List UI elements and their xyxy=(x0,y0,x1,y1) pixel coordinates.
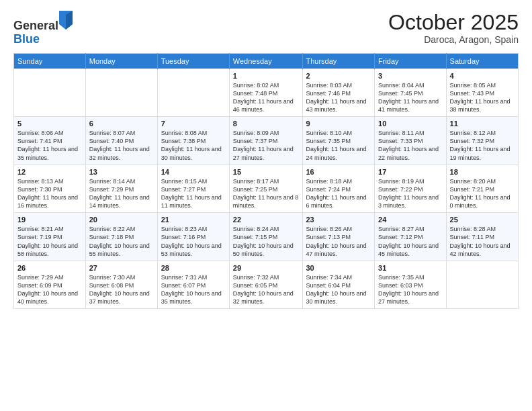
calendar-cell: 30Sunrise: 7:34 AMSunset: 6:04 PMDayligh… xyxy=(302,261,375,309)
title-block: October 2025 Daroca, Aragon, Spain xyxy=(388,11,519,45)
weekday-header-monday: Monday xyxy=(85,53,157,68)
calendar-cell: 6Sunrise: 8:07 AMSunset: 7:40 PMDaylight… xyxy=(85,117,157,165)
cell-info: Sunrise: 8:06 AMSunset: 7:41 PMDaylight:… xyxy=(17,129,82,162)
cell-info: Sunrise: 8:09 AMSunset: 7:37 PMDaylight:… xyxy=(233,129,299,162)
cell-day-number: 2 xyxy=(306,72,371,80)
calendar-cell: 16Sunrise: 8:18 AMSunset: 7:24 PMDayligh… xyxy=(302,165,375,213)
cell-info: Sunrise: 8:22 AMSunset: 7:18 PMDaylight:… xyxy=(89,225,154,258)
cell-day-number: 26 xyxy=(17,264,82,272)
cell-info: Sunrise: 8:11 AMSunset: 7:33 PMDaylight:… xyxy=(378,129,443,162)
calendar-cell: 27Sunrise: 7:30 AMSunset: 6:08 PMDayligh… xyxy=(85,261,157,309)
calendar-cell: 1Sunrise: 8:02 AMSunset: 7:48 PMDaylight… xyxy=(229,68,302,117)
subtitle: Daroca, Aragon, Spain xyxy=(388,34,519,45)
header: General Blue October 2025 Daroca, Aragon… xyxy=(13,11,519,46)
cell-day-number: 18 xyxy=(450,168,515,176)
calendar-cell: 29Sunrise: 7:32 AMSunset: 6:05 PMDayligh… xyxy=(229,261,302,309)
cell-info: Sunrise: 7:35 AMSunset: 6:03 PMDaylight:… xyxy=(378,273,443,306)
cell-info: Sunrise: 8:18 AMSunset: 7:24 PMDaylight:… xyxy=(306,177,371,210)
calendar-week-3: 12Sunrise: 8:13 AMSunset: 7:30 PMDayligh… xyxy=(14,165,519,213)
cell-info: Sunrise: 8:14 AMSunset: 7:29 PMDaylight:… xyxy=(89,177,154,210)
cell-info: Sunrise: 7:31 AMSunset: 6:07 PMDaylight:… xyxy=(161,273,226,306)
cell-day-number: 20 xyxy=(89,216,154,224)
weekday-header-tuesday: Tuesday xyxy=(157,53,229,68)
cell-day-number: 17 xyxy=(378,168,443,176)
cell-day-number: 23 xyxy=(306,216,371,224)
calendar-cell: 19Sunrise: 8:21 AMSunset: 7:19 PMDayligh… xyxy=(14,213,86,261)
logo: General Blue xyxy=(13,11,73,46)
cell-day-number: 22 xyxy=(233,216,299,224)
cell-day-number: 19 xyxy=(17,216,82,224)
calendar-cell xyxy=(14,68,86,117)
weekday-header-friday: Friday xyxy=(375,53,447,68)
calendar-cell: 8Sunrise: 8:09 AMSunset: 7:37 PMDaylight… xyxy=(229,117,302,165)
calendar-cell: 23Sunrise: 8:26 AMSunset: 7:13 PMDayligh… xyxy=(302,213,375,261)
calendar-week-2: 5Sunrise: 8:06 AMSunset: 7:41 PMDaylight… xyxy=(14,117,519,165)
cell-day-number: 25 xyxy=(450,216,515,224)
cell-info: Sunrise: 8:07 AMSunset: 7:40 PMDaylight:… xyxy=(89,129,154,162)
cell-info: Sunrise: 8:27 AMSunset: 7:12 PMDaylight:… xyxy=(378,225,443,258)
cell-day-number: 27 xyxy=(89,264,154,272)
cell-info: Sunrise: 8:12 AMSunset: 7:32 PMDaylight:… xyxy=(450,129,515,162)
calendar-cell: 26Sunrise: 7:29 AMSunset: 6:09 PMDayligh… xyxy=(14,261,86,309)
cell-info: Sunrise: 8:15 AMSunset: 7:27 PMDaylight:… xyxy=(161,177,226,210)
calendar-cell: 18Sunrise: 8:20 AMSunset: 7:21 PMDayligh… xyxy=(446,165,518,213)
calendar-cell: 4Sunrise: 8:05 AMSunset: 7:43 PMDaylight… xyxy=(446,68,518,117)
cell-day-number: 13 xyxy=(89,168,154,176)
calendar-cell: 3Sunrise: 8:04 AMSunset: 7:45 PMDaylight… xyxy=(375,68,447,117)
weekday-header-wednesday: Wednesday xyxy=(229,53,302,68)
cell-info: Sunrise: 8:04 AMSunset: 7:45 PMDaylight:… xyxy=(378,81,443,114)
cell-day-number: 10 xyxy=(378,120,443,128)
cell-day-number: 16 xyxy=(306,168,371,176)
cell-day-number: 31 xyxy=(378,264,443,272)
calendar-table: SundayMondayTuesdayWednesdayThursdayFrid… xyxy=(13,53,519,310)
cell-day-number: 30 xyxy=(306,264,371,272)
calendar-week-4: 19Sunrise: 8:21 AMSunset: 7:19 PMDayligh… xyxy=(14,213,519,261)
cell-info: Sunrise: 8:03 AMSunset: 7:46 PMDaylight:… xyxy=(306,81,371,114)
calendar-cell: 22Sunrise: 8:24 AMSunset: 7:15 PMDayligh… xyxy=(229,213,302,261)
calendar-cell xyxy=(85,68,157,117)
cell-day-number: 15 xyxy=(233,168,299,176)
cell-info: Sunrise: 8:17 AMSunset: 7:25 PMDaylight:… xyxy=(233,177,299,210)
logo-general-text: General xyxy=(13,19,58,32)
calendar-cell: 24Sunrise: 8:27 AMSunset: 7:12 PMDayligh… xyxy=(375,213,447,261)
cell-info: Sunrise: 8:24 AMSunset: 7:15 PMDaylight:… xyxy=(233,225,299,258)
weekday-header-saturday: Saturday xyxy=(446,53,518,68)
cell-info: Sunrise: 8:08 AMSunset: 7:38 PMDaylight:… xyxy=(161,129,226,162)
calendar-cell: 9Sunrise: 8:10 AMSunset: 7:35 PMDaylight… xyxy=(302,117,375,165)
cell-info: Sunrise: 8:26 AMSunset: 7:13 PMDaylight:… xyxy=(306,225,371,258)
cell-day-number: 3 xyxy=(378,72,443,80)
calendar-cell: 10Sunrise: 8:11 AMSunset: 7:33 PMDayligh… xyxy=(375,117,447,165)
calendar-header-row: SundayMondayTuesdayWednesdayThursdayFrid… xyxy=(14,53,519,68)
cell-day-number: 9 xyxy=(306,120,371,128)
page: General Blue October 2025 Daroca, Aragon… xyxy=(0,0,532,411)
cell-day-number: 14 xyxy=(161,168,226,176)
cell-day-number: 1 xyxy=(233,72,299,80)
calendar-week-5: 26Sunrise: 7:29 AMSunset: 6:09 PMDayligh… xyxy=(14,261,519,309)
calendar-cell: 25Sunrise: 8:28 AMSunset: 7:11 PMDayligh… xyxy=(446,213,518,261)
calendar-cell: 20Sunrise: 8:22 AMSunset: 7:18 PMDayligh… xyxy=(85,213,157,261)
cell-info: Sunrise: 7:30 AMSunset: 6:08 PMDaylight:… xyxy=(89,273,154,306)
cell-info: Sunrise: 7:29 AMSunset: 6:09 PMDaylight:… xyxy=(17,273,82,306)
cell-day-number: 7 xyxy=(161,120,226,128)
weekday-header-thursday: Thursday xyxy=(302,53,375,68)
cell-info: Sunrise: 8:10 AMSunset: 7:35 PMDaylight:… xyxy=(306,129,371,162)
cell-info: Sunrise: 7:34 AMSunset: 6:04 PMDaylight:… xyxy=(306,273,371,306)
calendar-cell: 13Sunrise: 8:14 AMSunset: 7:29 PMDayligh… xyxy=(85,165,157,213)
calendar-cell xyxy=(157,68,229,117)
calendar-cell: 15Sunrise: 8:17 AMSunset: 7:25 PMDayligh… xyxy=(229,165,302,213)
cell-day-number: 29 xyxy=(233,264,299,272)
cell-info: Sunrise: 8:21 AMSunset: 7:19 PMDaylight:… xyxy=(17,225,82,258)
cell-info: Sunrise: 7:32 AMSunset: 6:05 PMDaylight:… xyxy=(233,273,299,306)
calendar-cell: 28Sunrise: 7:31 AMSunset: 6:07 PMDayligh… xyxy=(157,261,229,309)
cell-info: Sunrise: 8:28 AMSunset: 7:11 PMDaylight:… xyxy=(450,225,515,258)
calendar-cell: 11Sunrise: 8:12 AMSunset: 7:32 PMDayligh… xyxy=(446,117,518,165)
cell-day-number: 21 xyxy=(161,216,226,224)
calendar-cell: 2Sunrise: 8:03 AMSunset: 7:46 PMDaylight… xyxy=(302,68,375,117)
cell-day-number: 24 xyxy=(378,216,443,224)
cell-day-number: 4 xyxy=(450,72,515,80)
main-title: October 2025 xyxy=(388,11,519,34)
cell-info: Sunrise: 8:13 AMSunset: 7:30 PMDaylight:… xyxy=(17,177,82,210)
calendar-cell: 7Sunrise: 8:08 AMSunset: 7:38 PMDaylight… xyxy=(157,117,229,165)
calendar-cell: 17Sunrise: 8:19 AMSunset: 7:22 PMDayligh… xyxy=(375,165,447,213)
calendar-cell: 5Sunrise: 8:06 AMSunset: 7:41 PMDaylight… xyxy=(14,117,86,165)
